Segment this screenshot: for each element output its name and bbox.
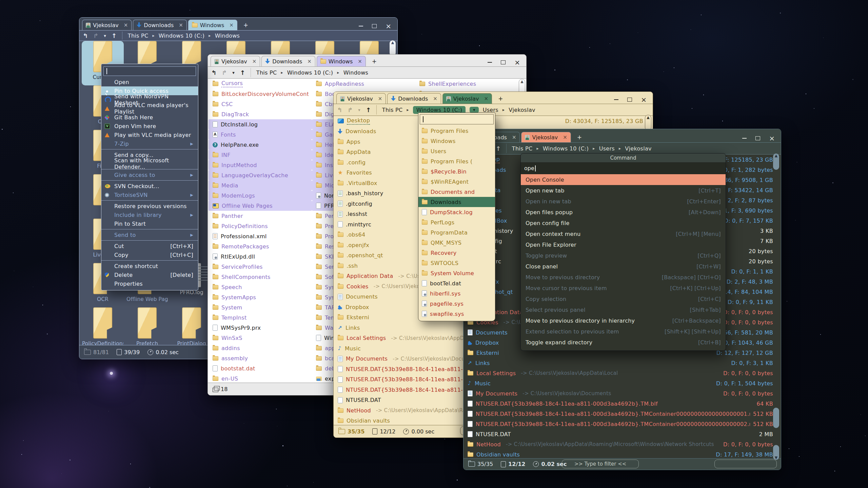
command-move-to-previous-directory-in-hierarchy[interactable]: Move to previous directory in hierarchy[…	[521, 315, 726, 326]
new-tab-button[interactable]: +	[493, 95, 508, 102]
file-row[interactable]: INF	[209, 150, 312, 160]
grid-item-prefetch[interactable]: Prefetch	[126, 307, 168, 345]
file-row[interactable]: CSC	[209, 99, 312, 109]
window-close-button[interactable]: ×	[641, 98, 647, 102]
back-button[interactable]: ↰	[83, 32, 88, 39]
tab-close-button[interactable]: ×	[358, 58, 362, 64]
file-row[interactable]: RemotePackages	[209, 241, 312, 251]
dropdown-item-documents-and[interactable]: Documents and	[418, 187, 495, 197]
command-select-previous-panel[interactable]: Select previous panel[Shift+Tab]	[521, 304, 726, 315]
file-row[interactable]: WinSxS	[209, 333, 312, 343]
file-row[interactable]: bootstat.dat	[209, 363, 312, 373]
command-toggle-expand-directory[interactable]: Toggle expand directory[Ctrl+B]	[521, 337, 726, 348]
command-open-new-tab[interactable]: Open new tab[Ctrl+T]	[521, 185, 726, 196]
file-row[interactable]: TempInst	[209, 312, 312, 323]
tab-vjekoslav[interactable]: Vjekoslav×	[336, 93, 386, 104]
window-maximize-button[interactable]	[501, 60, 506, 64]
command-extend-selection-to-previous-item[interactable]: Extend selection to previous item[Shift+…	[521, 326, 726, 337]
file-row[interactable]: Panther	[209, 211, 312, 221]
breadcrumb-dropdown-button[interactable]: ▾	[470, 107, 478, 113]
tab-windows[interactable]: Windows×	[317, 56, 366, 66]
file-row[interactable]: InputMethod	[209, 160, 312, 170]
history-button[interactable]: ▾	[232, 70, 235, 75]
command-move-cursor-to-previous-item[interactable]: Move cursor to previous item[Ctrl+K] [Ct…	[521, 283, 726, 293]
breadcrumb-item[interactable]: Windows 10 (C:)	[287, 69, 333, 76]
dropdown-item-swapfile-sys[interactable]: swapfile.sys	[418, 309, 495, 319]
dropdown-item-users[interactable]: Users	[418, 146, 495, 156]
tab-downloads[interactable]: Downloads×	[387, 93, 441, 104]
forward-button[interactable]: ↱	[222, 69, 227, 76]
up-button[interactable]: ↑	[240, 69, 245, 76]
tab-downloads[interactable]: Downloads×	[261, 56, 315, 66]
breadcrumb-item[interactable]: Users	[599, 145, 615, 152]
file-row[interactable]: ShellComponents	[209, 272, 312, 282]
window-minimize-button[interactable]	[488, 62, 492, 63]
file-row[interactable]: DtcInstall.log	[209, 119, 312, 129]
file-row[interactable]: NTUSER.DAT2 MB	[463, 429, 781, 439]
new-tab-button[interactable]: +	[367, 58, 381, 65]
command-close-panel[interactable]: Close panel[Ctrl+W]	[521, 261, 726, 272]
dropdown-item-hiberfil-sys[interactable]: hiberfil.sys	[418, 288, 495, 299]
scrollbar-up-button[interactable]: ▲	[773, 154, 779, 170]
tab-vjekoslav[interactable]: Vjekoslav×	[82, 20, 132, 30]
window-close-button[interactable]: ×	[386, 24, 391, 28]
file-row[interactable]: Local Settings-> C:\Users\Vjekoslav\AppD…	[463, 368, 781, 378]
breadcrumb-item[interactable]: This PC	[256, 69, 277, 76]
breadcrumb-item[interactable]: Vjekoslav	[509, 107, 535, 113]
breadcrumb-item[interactable]: This PC	[128, 33, 149, 39]
command-open-in-new-tab[interactable]: Open in new tab[Ctrl+Enter]	[521, 196, 726, 207]
dropdown-item-downloads[interactable]: Downloads	[418, 197, 495, 207]
menu-item-open-vim-here[interactable]: VOpen Vim here	[101, 122, 198, 130]
file-row[interactable]: Professional.xml	[209, 231, 312, 241]
file-row[interactable]: en-US	[209, 373, 312, 383]
file-row[interactable]: Obsidian vaultsD: 17, F: 149, 38 MB	[463, 449, 781, 458]
tab-close-button[interactable]: ×	[512, 134, 516, 140]
window-minimize-button[interactable]	[742, 138, 747, 139]
menu-item-pin-to-start[interactable]: Pin to Start	[101, 219, 198, 228]
up-button[interactable]: ↑	[366, 106, 371, 114]
dropdown-item--recycle-bin[interactable]: $Recycle.Bin	[418, 166, 495, 177]
tab-windows[interactable]: Windows×	[188, 20, 237, 30]
file-row[interactable]: Speech	[209, 282, 312, 292]
breadcrumb-item[interactable]: Users	[483, 107, 498, 113]
menu-item-restore-previous-versions[interactable]: Restore previous versions	[101, 202, 198, 210]
file-row[interactable]: DiagTrack	[209, 109, 312, 119]
dropdown-item-recovery[interactable]: Recovery	[418, 248, 495, 258]
tab-close-button[interactable]: ×	[252, 58, 257, 64]
scrollbar-up-button[interactable]: ▲	[645, 115, 651, 130]
menu-item-give-access-to[interactable]: Give access to▶	[101, 170, 198, 179]
file-row[interactable]: AppReadiness	[312, 79, 415, 89]
tab-vjekoslav[interactable]: Vjekoslav×	[521, 132, 571, 142]
file-row[interactable]: RtlExUpd.dll	[209, 251, 312, 262]
dropdown-item-programdata[interactable]: ProgramData	[418, 227, 495, 238]
breadcrumb-item[interactable]: Vjekoslav	[625, 145, 651, 152]
command-open-context-menu[interactable]: Open context menu[Ctrl+M] [Menu]	[521, 228, 726, 239]
window-close-button[interactable]: ×	[769, 136, 775, 140]
up-button[interactable]: ↑	[112, 32, 117, 39]
command-open-console[interactable]: Open Console	[521, 174, 726, 185]
dropdown-item-dumpstack-log[interactable]: DumpStack.log	[418, 207, 495, 217]
file-row[interactable]: System	[209, 302, 312, 312]
file-row[interactable]: ↗LinksD: 0, F: 3, 1 KB	[463, 358, 781, 368]
tab-close-button[interactable]: ×	[484, 96, 489, 102]
dropdown-item-perflogs[interactable]: PerfLogs	[418, 217, 495, 227]
status-right-box[interactable]	[714, 460, 777, 468]
forward-button[interactable]: ↱	[93, 32, 98, 39]
file-row[interactable]: ModemLogs	[209, 190, 312, 201]
command-toggle-preview[interactable]: Toggle preview[Ctrl+Q]	[521, 250, 726, 261]
dropdown-filter-input[interactable]	[420, 114, 494, 124]
file-row[interactable]: Cursors	[209, 79, 312, 89]
menu-item-add-to-vlc-media-player-s-playlist[interactable]: Add to VLC media player's Playlist	[101, 104, 198, 113]
command-open-config-file[interactable]: Open config file	[521, 218, 726, 228]
menu-item-send-to[interactable]: Send to▶	[101, 230, 198, 239]
dropdown-item-qmk-msys[interactable]: QMK_MSYS	[418, 238, 495, 248]
tab-close-button[interactable]: ×	[433, 96, 437, 102]
window-maximize-button[interactable]	[755, 136, 760, 140]
grid-item-printdialog[interactable]: PrintDialog	[171, 307, 213, 345]
palette-search-input[interactable]: ope	[521, 163, 726, 174]
menu-item-open[interactable]: Open	[101, 78, 198, 86]
dropdown-item-program-files-[interactable]: Program Files (	[418, 156, 495, 166]
file-row[interactable]: ♪MusicD: 0, F: 1, 504 bytes	[463, 378, 781, 388]
command-open-files-popup[interactable]: Open files popup[Alt+Down]	[521, 207, 726, 218]
file-row[interactable]: WMSysPr9.prx	[209, 323, 312, 333]
